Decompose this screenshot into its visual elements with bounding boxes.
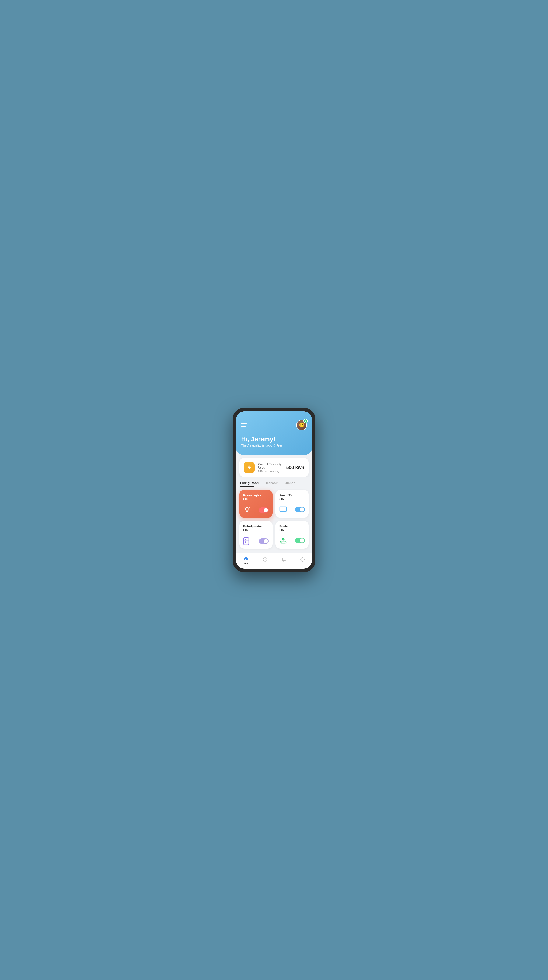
tab-living-room[interactable]: Living Room	[240, 481, 260, 487]
phone-frame: 😊 2 Hi, Jeremy! The Air quality is good …	[233, 408, 315, 572]
device-status-refrigerator: ON	[243, 528, 269, 532]
bell-icon	[281, 557, 287, 562]
toggle-room-lights[interactable]	[259, 508, 269, 513]
svg-line-5	[245, 507, 245, 508]
toggle-smart-tv[interactable]	[295, 507, 305, 512]
device-card-room-lights[interactable]: Room Lights ON	[239, 490, 272, 518]
device-name-refrigerator: Refridgerator	[243, 525, 269, 528]
tab-bedroom[interactable]: Bedroom	[264, 481, 279, 487]
svg-line-7	[249, 507, 250, 508]
nav-settings[interactable]	[300, 557, 305, 563]
nav-clock[interactable]	[262, 557, 268, 563]
clock-icon	[262, 557, 268, 562]
svg-rect-9	[280, 507, 287, 511]
device-bottom-refrigerator	[243, 537, 269, 545]
nav-home-label: Home	[243, 562, 249, 565]
tv-icon	[279, 506, 287, 513]
electricity-label: Current Electricity Uses	[258, 463, 283, 469]
greeting-subtitle: The Air quality is good & Fresh.	[241, 444, 307, 447]
electricity-icon	[244, 462, 255, 473]
device-bottom-router	[279, 537, 305, 544]
device-status-smart-tv: ON	[279, 497, 305, 501]
electricity-value: 500 kwh	[286, 465, 304, 470]
svg-line-23	[265, 560, 266, 560]
device-bottom-smart-tv	[279, 506, 305, 513]
tab-kitchen[interactable]: Kitchen	[284, 481, 295, 487]
header-section: 😊 2 Hi, Jeremy! The Air quality is good …	[236, 411, 312, 455]
svg-point-18	[283, 540, 284, 541]
electricity-card: Current Electricity Uses 8 Devices Worki…	[239, 458, 309, 477]
device-name-router: Router	[279, 525, 305, 528]
device-name-smart-tv: Smart TV	[279, 493, 305, 497]
svg-point-24	[302, 559, 303, 560]
bottom-navigation: Home	[236, 552, 312, 569]
toggle-router[interactable]	[295, 538, 305, 543]
device-status-router: ON	[279, 528, 305, 532]
avatar-button[interactable]: 😊 2	[296, 420, 307, 430]
menu-button[interactable]	[241, 423, 247, 427]
device-card-refrigerator[interactable]: Refridgerator ON	[239, 521, 272, 549]
light-icon	[243, 506, 251, 514]
device-card-router[interactable]: Router ON	[276, 521, 309, 549]
svg-rect-12	[244, 538, 249, 545]
bulb-icon	[243, 506, 251, 514]
phone-screen: 😊 2 Hi, Jeremy! The Air quality is good …	[236, 411, 312, 569]
device-status-room-lights: ON	[243, 497, 269, 501]
svg-point-17	[281, 542, 282, 542]
electricity-sublabel: 8 Devices Working	[258, 470, 283, 473]
svg-rect-16	[280, 541, 286, 543]
home-icon	[243, 555, 249, 561]
settings-icon	[300, 557, 305, 562]
greeting-section: Hi, Jeremy! The Air quality is good & Fr…	[241, 436, 307, 447]
room-tabs: Living Room Bedroom Kitchen	[236, 477, 312, 487]
device-name-room-lights: Room Lights	[243, 493, 269, 497]
device-card-smart-tv[interactable]: Smart TV ON	[276, 490, 309, 518]
svg-point-0	[245, 508, 249, 511]
greeting-title: Hi, Jeremy!	[241, 436, 307, 443]
nav-home[interactable]: Home	[243, 555, 249, 565]
device-grid: Room Lights ON	[236, 487, 312, 552]
nav-bell[interactable]	[281, 557, 287, 563]
router-icon	[279, 537, 287, 544]
toggle-refrigerator[interactable]	[259, 538, 269, 544]
notification-badge: 2	[303, 419, 308, 423]
electricity-info: Current Electricity Uses 8 Devices Worki…	[258, 463, 283, 473]
fridge-icon	[243, 537, 249, 545]
lightning-icon	[247, 465, 252, 470]
device-bottom-room-lights	[243, 506, 269, 514]
